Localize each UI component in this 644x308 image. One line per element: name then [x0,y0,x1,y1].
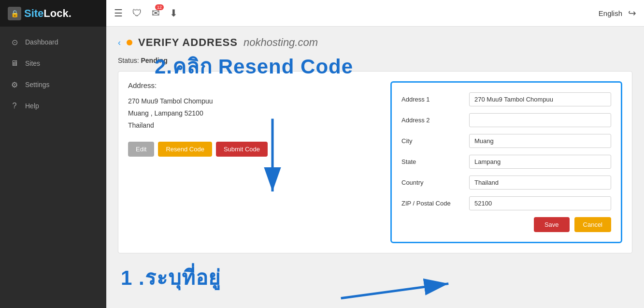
notifications-badge: 12 [155,4,164,10]
form-row-country: Country [401,176,611,190]
logout-icon[interactable]: ↪ [628,7,636,19]
page-header: ‹ VERIFY ADDRESS nokhosting.com [118,36,632,49]
page-content: ‹ VERIFY ADDRESS nokhosting.com Status: … [106,27,644,308]
sites-icon: 🖥 [10,59,19,68]
sidebar-item-settings[interactable]: ⚙ Settings [0,74,106,95]
address-label: Address: [128,81,381,89]
download-icon[interactable]: ⬇ [170,7,178,19]
main-content: ☰ 🛡 ✉ 12 ⬇ English ↪ ‹ VERIFY ADDRESS no… [106,0,644,308]
form-label-address2: Address 2 [401,117,464,124]
sidebar-item-sites[interactable]: 🖥 Sites [0,53,106,74]
sidebar-item-label: Dashboard [25,38,58,46]
form-row-state: State [401,155,611,169]
shield-icon[interactable]: 🛡 [132,8,142,19]
language-selector[interactable]: English [599,9,622,17]
form-row-address2: Address 2 [401,113,611,127]
content-card: Address: 270 Muu9 Tambol Chompuu Muang ,… [118,71,632,253]
menu-icon[interactable]: ☰ [114,7,123,19]
form-input-country[interactable] [469,176,611,190]
form-input-address2[interactable] [469,113,611,127]
save-button[interactable]: Save [534,217,570,232]
annotation-step1: 1 .ระบุที่อยู่ [121,262,221,293]
status-label: Status: [118,57,139,64]
sidebar-item-label: Help [25,102,39,110]
address-line2: Muang , Lampang 52100 [128,109,203,117]
topbar-right: English ↪ [599,7,636,19]
form-row-zip: ZIP / Postal Code [401,196,611,210]
domain-name: nokhosting.com [243,36,318,49]
sidebar-item-label: Settings [25,81,50,88]
form-row-city: City [401,134,611,148]
logo-icon: 🔒 [8,7,21,20]
form-actions: Save Cancel [401,217,611,232]
topbar: ☰ 🛡 ✉ 12 ⬇ English ↪ [106,0,644,27]
form-label-address1: Address 1 [401,96,464,103]
status-bar: Status: Pending [118,57,632,64]
address-section: Address: 270 Muu9 Tambol Chompuu Muang ,… [128,81,381,243]
form-input-state[interactable] [469,155,611,169]
page-title: VERIFY ADDRESS [138,36,238,49]
notifications-icon[interactable]: ✉ 12 [152,7,160,19]
address-line3: Thailand [128,121,154,129]
form-label-city: City [401,137,464,145]
form-label-state: State [401,158,464,165]
form-row-address1: Address 1 [401,92,611,106]
help-icon: ? [10,101,19,111]
sidebar-item-dashboard[interactable]: ⊙ Dashboard [0,31,106,53]
sidebar-logo: 🔒 SiteLock. [0,0,106,27]
action-buttons: Edit Resend Code Submit Code [128,142,381,157]
edit-button[interactable]: Edit [128,142,154,157]
form-input-zip[interactable] [469,196,611,210]
sidebar-nav: ⊙ Dashboard 🖥 Sites ⚙ Settings ? Help [0,27,106,308]
sidebar: 🔒 SiteLock. ⊙ Dashboard 🖥 Sites ⚙ Settin… [0,0,106,308]
sidebar-item-help[interactable]: ? Help [0,95,106,117]
submit-code-button[interactable]: Submit Code [216,142,268,157]
back-button[interactable]: ‹ [118,38,121,48]
settings-icon: ⚙ [10,80,19,89]
form-label-country: Country [401,179,464,186]
form-input-address1[interactable] [469,92,611,106]
topbar-left: ☰ 🛡 ✉ 12 ⬇ [114,7,178,19]
dashboard-icon: ⊙ [10,37,19,47]
logo-text: SiteLock. [24,7,72,20]
form-label-zip: ZIP / Postal Code [401,200,464,207]
form-section: Address 1Address 2CityStateCountryZIP / … [390,81,622,243]
sidebar-item-label: Sites [25,59,40,67]
status-value: Pending [141,57,167,64]
status-dot [127,40,132,45]
form-input-city[interactable] [469,134,611,148]
address-text: 270 Muu9 Tambol Chompuu Muang , Lampang … [128,95,381,132]
resend-code-button[interactable]: Resend Code [158,142,212,157]
cancel-button[interactable]: Cancel [574,217,611,232]
address-line1: 270 Muu9 Tambol Chompuu [128,97,213,105]
